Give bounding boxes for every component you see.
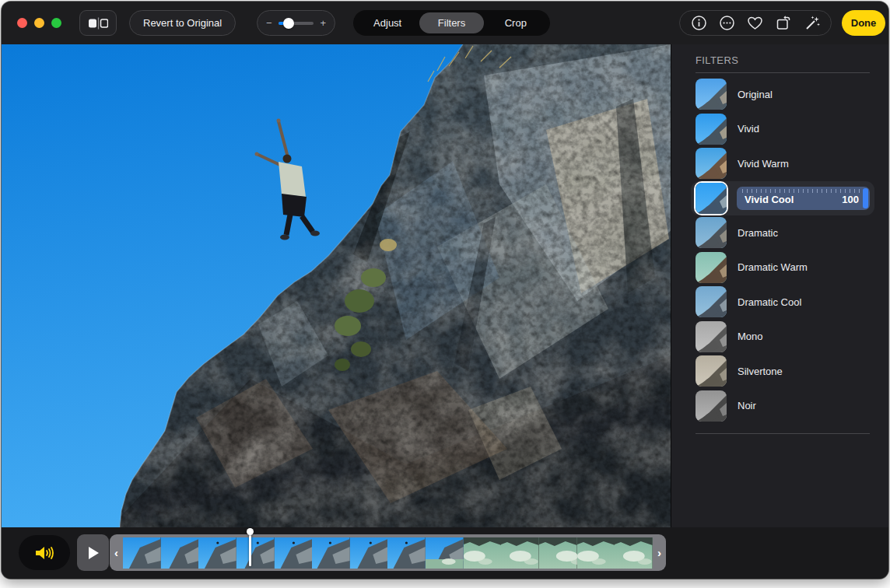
divider xyxy=(696,72,870,73)
done-button[interactable]: Done xyxy=(842,10,885,36)
filter-intensity-value: 100 xyxy=(842,194,859,205)
trim-handle-left[interactable]: ‹ xyxy=(110,534,123,571)
filmstrip-frame[interactable] xyxy=(123,537,161,569)
volume-icon xyxy=(34,544,55,562)
filter-thumbnail xyxy=(696,252,727,283)
filter-list: OriginalVividVivid WarmVivid Cool100Dram… xyxy=(696,77,870,423)
mute-toggle-button[interactable] xyxy=(19,535,70,570)
tab-filters[interactable]: Filters xyxy=(419,12,483,33)
minimize-window-button[interactable] xyxy=(34,18,44,28)
play-button[interactable] xyxy=(77,534,109,571)
filmstrip-frame[interactable] xyxy=(501,537,539,569)
filter-label: Dramatic Warm xyxy=(738,261,808,273)
more-icon xyxy=(719,15,735,31)
slider-handle[interactable] xyxy=(863,188,868,208)
filmstrip-frame[interactable] xyxy=(387,537,426,569)
divider xyxy=(696,433,870,434)
filter-thumbnail xyxy=(696,183,727,214)
filter-label: Silvertone xyxy=(738,366,783,377)
filmstrip-frame[interactable] xyxy=(464,537,502,569)
photo-canvas[interactable] xyxy=(2,44,671,527)
content-area: FILTERS OriginalVividVivid WarmVivid Coo… xyxy=(2,44,888,527)
filter-label: Dramatic xyxy=(738,227,778,239)
filmstrip-frame[interactable] xyxy=(198,537,237,569)
filter-item-dramatic[interactable]: Dramatic xyxy=(696,215,870,250)
filter-intensity-slider[interactable]: Vivid Cool100 xyxy=(737,187,870,210)
tab-crop[interactable]: Crop xyxy=(484,12,548,33)
filter-item-noir[interactable]: Noir xyxy=(696,389,870,424)
filters-sidebar: FILTERS OriginalVividVivid WarmVivid Coo… xyxy=(671,44,888,527)
filter-item-dramatic-cool[interactable]: Dramatic Cool xyxy=(696,285,870,320)
filter-thumbnail xyxy=(696,79,727,110)
filter-item-original[interactable]: Original xyxy=(696,77,870,112)
filter-label: Vivid xyxy=(738,123,759,135)
slider-ticks xyxy=(742,189,864,193)
photo-actions-group xyxy=(679,10,832,36)
trim-filmstrip[interactable]: ‹ › xyxy=(110,534,666,571)
filter-thumbnail xyxy=(696,390,727,422)
filters-header: FILTERS xyxy=(696,54,870,66)
video-player-bar: ‹ › xyxy=(2,527,888,579)
auto-enhance-button[interactable] xyxy=(802,13,822,33)
tab-adjust[interactable]: Adjust xyxy=(356,12,419,33)
filter-item-vivid-warm[interactable]: Vivid Warm xyxy=(696,146,870,181)
filter-label: Vivid Cool xyxy=(745,194,794,205)
filmstrip-frame[interactable] xyxy=(539,537,577,569)
trim-handle-right[interactable]: › xyxy=(653,534,666,571)
filter-thumbnail xyxy=(696,217,727,248)
favorite-button[interactable] xyxy=(745,13,766,33)
app-window: Revert to Original − + Adjust Filters Cr… xyxy=(2,2,888,579)
zoom-out-button[interactable]: − xyxy=(266,18,272,28)
play-icon xyxy=(87,546,100,560)
revert-to-original-button[interactable]: Revert to Original xyxy=(129,10,236,36)
toolbar: Revert to Original − + Adjust Filters Cr… xyxy=(2,2,888,44)
window-controls xyxy=(17,18,61,28)
filter-thumbnail xyxy=(696,321,727,352)
filter-thumbnail xyxy=(696,148,727,179)
filmstrip-frame[interactable] xyxy=(275,537,313,569)
filter-item-silvertone[interactable]: Silvertone xyxy=(696,354,870,389)
filter-item-vivid-cool[interactable]: Vivid Cool100 xyxy=(691,181,874,216)
filmstrip-frame[interactable] xyxy=(350,537,388,569)
zoom-slider-track[interactable] xyxy=(279,22,314,25)
filter-label: Vivid Warm xyxy=(738,158,789,170)
zoom-window-button[interactable] xyxy=(51,18,61,28)
auto-enhance-wand-icon xyxy=(804,15,821,32)
before-after-toggle-button[interactable] xyxy=(79,10,117,36)
filmstrip-frames[interactable] xyxy=(123,537,653,569)
video-frame-cliff-jump xyxy=(2,44,671,527)
before-after-icon xyxy=(88,17,108,30)
filter-thumbnail xyxy=(696,286,727,317)
filter-item-vivid[interactable]: Vivid xyxy=(696,112,870,147)
filmstrip-frame[interactable] xyxy=(577,537,615,569)
filmstrip-frame[interactable] xyxy=(161,537,199,569)
filter-thumbnail xyxy=(696,355,727,387)
filter-label: Mono xyxy=(738,331,763,342)
rotate-icon xyxy=(775,15,792,32)
info-button[interactable] xyxy=(689,13,709,33)
more-button[interactable] xyxy=(717,13,738,33)
zoom-in-button[interactable]: + xyxy=(320,18,326,28)
heart-icon xyxy=(747,16,763,31)
filter-label: Noir xyxy=(738,400,756,411)
playhead[interactable] xyxy=(249,534,251,566)
filmstrip-frame[interactable] xyxy=(426,537,464,569)
zoom-slider-knob[interactable] xyxy=(283,18,294,29)
filmstrip-frame[interactable] xyxy=(237,537,275,569)
playhead-knob[interactable] xyxy=(247,528,254,535)
filmstrip-frame[interactable] xyxy=(312,537,350,569)
rotate-button[interactable] xyxy=(773,13,794,33)
filter-item-dramatic-warm[interactable]: Dramatic Warm xyxy=(696,250,870,285)
filter-label: Original xyxy=(738,89,773,100)
filter-item-mono[interactable]: Mono xyxy=(696,320,870,355)
info-icon xyxy=(691,15,707,31)
filter-label: Dramatic Cool xyxy=(738,296,801,308)
filter-thumbnail xyxy=(696,114,727,145)
zoom-slider[interactable]: − + xyxy=(257,10,335,36)
filmstrip-frame[interactable] xyxy=(615,537,653,569)
close-window-button[interactable] xyxy=(17,18,27,28)
edit-mode-segmented-control: Adjust Filters Crop xyxy=(353,10,550,36)
